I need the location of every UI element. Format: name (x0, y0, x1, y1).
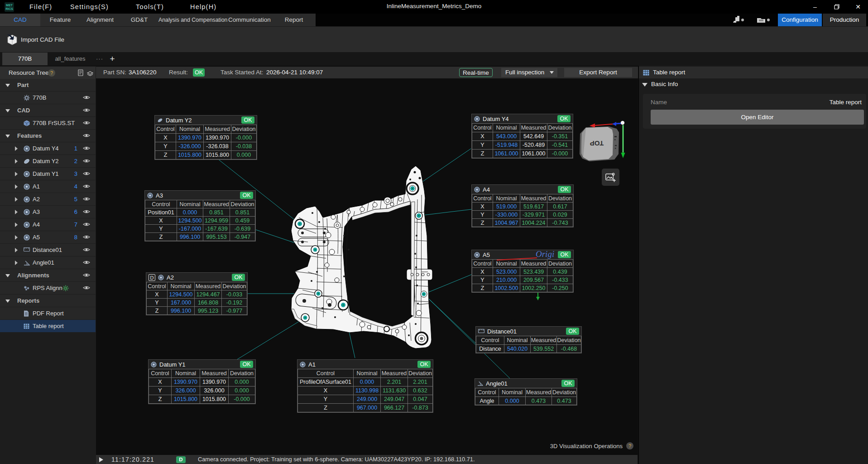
svg-text:Origi: Origi (536, 249, 554, 259)
svg-text:TOP: TOP (590, 140, 604, 147)
